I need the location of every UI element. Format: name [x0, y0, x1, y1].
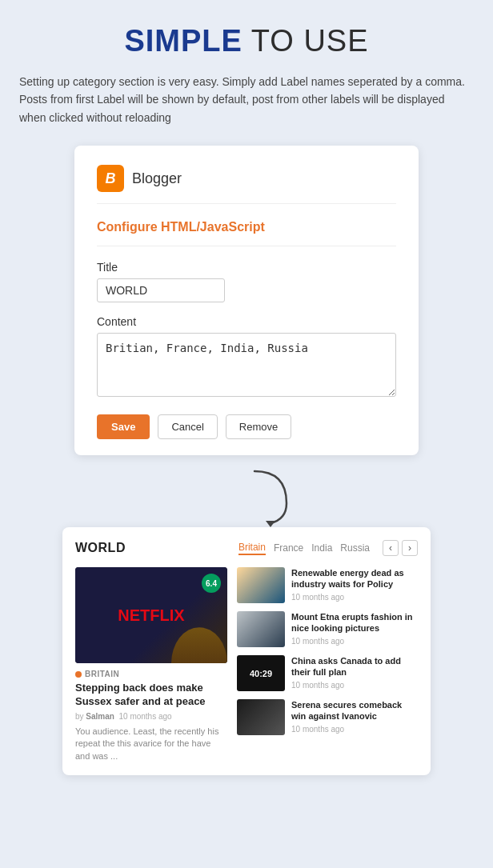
- news-section-title: WORLD: [75, 541, 126, 555]
- hero-title: SIMPLE TO USE: [16, 24, 477, 58]
- hero-description: Setting up category section is very easy…: [16, 73, 477, 126]
- news-main-meta: by Salman 10 months ago: [75, 712, 227, 721]
- list-item: Mount Etna erupts fashion in nice lookin…: [237, 611, 418, 647]
- tab-prev-button[interactable]: ‹: [383, 540, 399, 556]
- side-meta-4: 10 months ago: [291, 725, 418, 734]
- side-headline-3: China asks Canada to add their full plan: [291, 655, 418, 678]
- arrow-container: [64, 463, 477, 527]
- news-excerpt: You audience. Least, the recently his re…: [75, 726, 227, 762]
- side-meta-2: 10 months ago: [291, 637, 418, 646]
- title-form-group: Title: [97, 261, 396, 302]
- news-tag-label: BRITAIN: [85, 670, 119, 678]
- arrow-icon: [238, 463, 303, 527]
- side-article-content-4: Serena secures comeback win against Ivan…: [291, 699, 418, 734]
- news-time: 10 months ago: [118, 712, 171, 721]
- tab-india[interactable]: India: [311, 542, 332, 554]
- list-item: Serena secures comeback win against Ivan…: [237, 699, 418, 735]
- news-card: WORLD Britain France India Russia ‹ › NE…: [62, 527, 431, 775]
- news-tag-row: BRITAIN: [75, 670, 227, 678]
- tab-next-button[interactable]: ›: [402, 540, 418, 556]
- content-label: Content: [97, 315, 396, 328]
- side-headline-2: Mount Etna erupts fashion in nice lookin…: [291, 611, 418, 634]
- hero-section: SIMPLE TO USE Setting up category sectio…: [16, 24, 477, 126]
- news-grid: NETFLIX 6.4 BRITAIN Stepping back does m…: [75, 567, 418, 762]
- blogger-icon: B: [97, 165, 124, 192]
- tag-dot: [75, 671, 82, 678]
- title-input[interactable]: [97, 278, 225, 302]
- tab-france[interactable]: France: [274, 542, 303, 554]
- tab-russia[interactable]: Russia: [340, 542, 370, 554]
- side-meta-1: 10 months ago: [291, 593, 418, 602]
- blogger-name: Blogger: [132, 170, 182, 187]
- side-headline-1: Renewable energy dead as industry waits …: [291, 567, 418, 590]
- side-meta-3: 10 months ago: [291, 681, 418, 690]
- title-label: Title: [97, 261, 396, 274]
- config-title: Configure HTML/JavaScript: [97, 220, 396, 246]
- content-form-group: Content Britian, France, India, Russia: [97, 315, 396, 400]
- button-row: Save Cancel Remove: [97, 414, 396, 439]
- hero-title-rest: TO USE: [242, 24, 369, 58]
- news-main-image: NETFLIX 6.4: [75, 567, 227, 663]
- score-badge: 6.4: [202, 574, 221, 593]
- tab-britain[interactable]: Britain: [238, 542, 266, 555]
- svg-marker-0: [266, 521, 275, 527]
- save-button[interactable]: Save: [97, 414, 150, 439]
- remove-button[interactable]: Remove: [226, 414, 291, 439]
- cancel-button[interactable]: Cancel: [158, 414, 217, 439]
- hero-title-bold: SIMPLE: [124, 24, 242, 58]
- list-item: 40:29 China asks Canada to add their ful…: [237, 655, 418, 691]
- side-headline-4: Serena secures comeback win against Ivan…: [291, 699, 418, 722]
- side-article-image-4: [237, 699, 285, 735]
- list-item: Renewable energy dead as industry waits …: [237, 567, 418, 603]
- content-textarea[interactable]: Britian, France, India, Russia: [97, 333, 396, 397]
- news-card-header: WORLD Britain France India Russia ‹ ›: [75, 540, 418, 556]
- tab-nav: ‹ ›: [383, 540, 418, 556]
- side-article-content-1: Renewable energy dead as industry waits …: [291, 567, 418, 602]
- side-article-image-2: [237, 611, 285, 647]
- news-main-article: NETFLIX 6.4 BRITAIN Stepping back does m…: [75, 567, 227, 762]
- side-article-image-3: 40:29: [237, 655, 285, 691]
- blogger-header: B Blogger: [97, 165, 396, 204]
- side-article-content-2: Mount Etna erupts fashion in nice lookin…: [291, 611, 418, 646]
- news-main-headline: Stepping back does make Sussex safer and…: [75, 682, 227, 709]
- side-article-content-3: China asks Canada to add their full plan…: [291, 655, 418, 690]
- side-article-image-1: [237, 567, 285, 603]
- news-side-articles: Renewable energy dead as industry waits …: [237, 567, 418, 762]
- tabs-row: Britain France India Russia ‹ ›: [238, 540, 418, 556]
- news-author: Salman: [86, 712, 114, 721]
- config-card: B Blogger Configure HTML/JavaScript Titl…: [74, 146, 419, 455]
- netflix-logo: NETFLIX: [118, 606, 184, 625]
